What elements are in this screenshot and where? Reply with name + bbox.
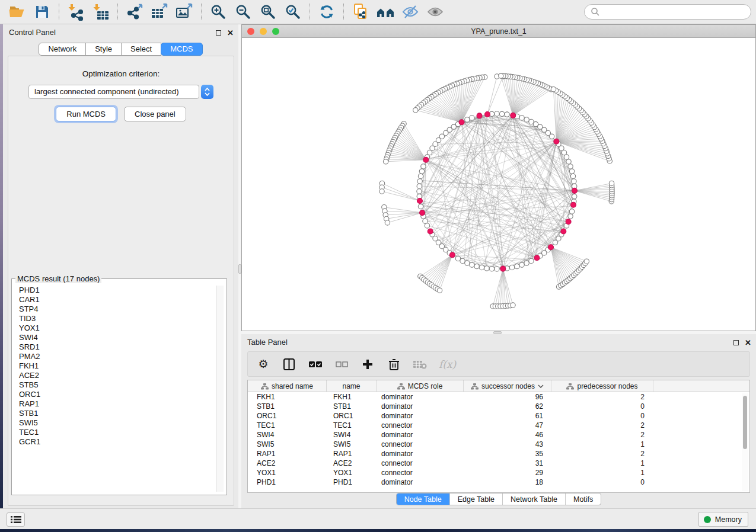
mcds-result-item[interactable]: TID3 xyxy=(15,314,224,323)
graph-node[interactable] xyxy=(417,184,422,188)
graph-mcds-node[interactable] xyxy=(571,202,576,207)
graph-node[interactable] xyxy=(529,119,534,124)
graph-node[interactable] xyxy=(524,261,529,265)
graph-node[interactable] xyxy=(609,181,614,185)
graph-node[interactable] xyxy=(484,266,489,271)
table-row[interactable]: ACE2ACE2connector311 xyxy=(248,459,749,468)
mcds-result-item[interactable]: RAP1 xyxy=(15,399,224,409)
add-column-button[interactable] xyxy=(361,356,375,373)
graph-node[interactable] xyxy=(385,220,390,225)
graph-mcds-node[interactable] xyxy=(511,113,516,118)
graph-node[interactable] xyxy=(418,174,423,178)
table-scrollbar[interactable] xyxy=(742,393,748,491)
tab-network[interactable]: Network xyxy=(39,43,86,56)
graph-node[interactable] xyxy=(479,265,484,270)
table-row[interactable]: PHD1PHD1dominator180 xyxy=(248,477,749,487)
graph-node[interactable] xyxy=(413,108,418,113)
column-header-mcds-role[interactable]: MCDS role xyxy=(377,380,464,392)
apply-layout-button[interactable] xyxy=(314,2,339,22)
column-header-predecessor-nodes[interactable]: predecessor nodes xyxy=(551,380,653,392)
open-session-button[interactable] xyxy=(5,2,30,22)
graph-node[interactable] xyxy=(379,189,384,194)
graph-node[interactable] xyxy=(417,189,422,194)
network-graph[interactable] xyxy=(242,38,755,331)
graph-node[interactable] xyxy=(474,264,479,268)
mcds-result-item[interactable]: ORC1 xyxy=(15,390,224,399)
mcds-result-item[interactable]: SWI5 xyxy=(15,418,224,428)
float-panel-icon[interactable] xyxy=(733,340,739,345)
graph-node[interactable] xyxy=(566,159,571,164)
run-mcds-button[interactable]: Run MCDS xyxy=(56,107,116,121)
graph-mcds-node[interactable] xyxy=(500,266,506,271)
table-row[interactable]: FKH1FKH1dominator962 xyxy=(248,392,749,402)
graph-node[interactable] xyxy=(495,267,499,271)
network-window-titlebar[interactable]: YPA_prune.txt_1 xyxy=(242,25,755,38)
delete-column-button[interactable] xyxy=(387,356,401,373)
show-all-button[interactable] xyxy=(423,2,448,22)
mcds-result-item[interactable]: SWI4 xyxy=(15,333,224,342)
graph-mcds-node[interactable] xyxy=(566,219,571,225)
memory-button[interactable]: Memory xyxy=(698,512,748,527)
float-panel-icon[interactable] xyxy=(216,30,221,36)
graph-node[interactable] xyxy=(584,259,589,264)
criterion-select-stepper[interactable] xyxy=(201,85,213,99)
graph-node[interactable] xyxy=(425,223,429,228)
graph-node[interactable] xyxy=(570,174,575,178)
graph-node[interactable] xyxy=(437,288,442,293)
graph-node[interactable] xyxy=(569,209,574,214)
deselect-all-button[interactable] xyxy=(334,356,349,373)
graph-node[interactable] xyxy=(423,219,428,223)
mcds-result-item[interactable]: YOX1 xyxy=(15,323,224,333)
graph-node[interactable] xyxy=(470,116,474,120)
graph-node[interactable] xyxy=(572,194,577,198)
show-columns-button[interactable] xyxy=(282,356,296,373)
save-session-button[interactable] xyxy=(30,2,55,22)
mcds-result-item[interactable]: PMA2 xyxy=(15,352,224,361)
graph-mcds-node[interactable] xyxy=(572,188,577,193)
zoom-fit-button[interactable] xyxy=(256,2,280,22)
graph-mcds-node[interactable] xyxy=(428,229,433,234)
graph-node[interactable] xyxy=(519,116,524,120)
table-row[interactable]: RAP1RAP1dominator352 xyxy=(248,449,749,459)
mcds-result-item[interactable]: PHD1 xyxy=(15,286,224,295)
tab-motifs[interactable]: Motifs xyxy=(565,493,601,505)
zoom-selected-button[interactable] xyxy=(280,2,305,22)
table-settings-button[interactable]: ⚙ xyxy=(256,356,270,373)
mcds-result-item[interactable]: ACE2 xyxy=(15,371,224,380)
table-row[interactable]: TEC1TEC1connector472 xyxy=(248,421,749,430)
zoom-in-button[interactable] xyxy=(206,2,231,22)
criterion-select[interactable]: largest connected component (undirected) xyxy=(28,85,199,99)
window-maximize-button[interactable] xyxy=(272,28,279,35)
graph-node[interactable] xyxy=(465,261,470,265)
network-canvas[interactable] xyxy=(242,38,755,331)
graph-node[interactable] xyxy=(551,86,556,91)
graph-node[interactable] xyxy=(505,112,509,117)
graph-node[interactable] xyxy=(499,73,503,78)
graph-node[interactable] xyxy=(572,179,576,184)
column-header-shared-name[interactable]: shared name xyxy=(248,380,327,392)
mcds-result-item[interactable]: STB1 xyxy=(15,409,224,418)
graph-node[interactable] xyxy=(418,204,423,209)
graph-node[interactable] xyxy=(509,265,514,270)
table-row[interactable]: SWI4SWI4dominator462 xyxy=(248,430,749,440)
tab-network-table[interactable]: Network Table xyxy=(502,493,565,505)
mcds-result-item[interactable]: FKH1 xyxy=(15,361,224,371)
graph-node[interactable] xyxy=(499,111,504,116)
export-image-button[interactable] xyxy=(172,2,197,22)
graph-node[interactable] xyxy=(495,111,499,116)
mcds-result-item[interactable]: STP4 xyxy=(15,305,224,314)
table-scrollbar-thumb[interactable] xyxy=(743,396,747,449)
graph-node[interactable] xyxy=(460,258,465,263)
graph-node[interactable] xyxy=(417,179,422,184)
mcds-result-item[interactable]: CAR1 xyxy=(15,295,224,305)
close-panel-icon[interactable]: ✕ xyxy=(745,340,751,345)
graph-mcds-node[interactable] xyxy=(477,113,482,118)
import-table-button[interactable] xyxy=(88,2,113,22)
graph-node[interactable] xyxy=(568,214,573,219)
graph-mcds-node[interactable] xyxy=(423,157,429,162)
graph-node[interactable] xyxy=(515,264,519,268)
window-minimize-button[interactable] xyxy=(260,28,267,35)
graph-node[interactable] xyxy=(419,169,424,174)
table-row[interactable]: YOX1YOX1connector291 xyxy=(248,468,749,477)
tab-select[interactable]: Select xyxy=(121,43,161,56)
